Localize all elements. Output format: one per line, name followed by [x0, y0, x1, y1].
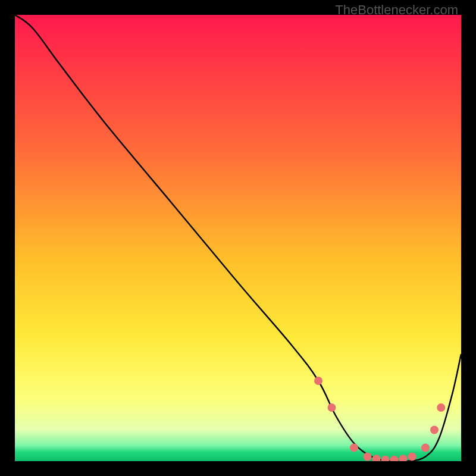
threshold-marker [314, 377, 322, 385]
threshold-marker [421, 444, 430, 452]
threshold-marker [390, 456, 399, 461]
threshold-markers [314, 377, 445, 461]
threshold-marker [372, 455, 381, 461]
threshold-marker [350, 444, 358, 452]
threshold-marker [430, 426, 439, 434]
threshold-marker [381, 456, 390, 461]
threshold-marker [408, 453, 416, 461]
threshold-marker [437, 403, 445, 412]
threshold-marker [364, 453, 372, 461]
watermark-label: TheBottlenecker.com [335, 2, 458, 18]
chart-plot-area [15, 15, 461, 461]
threshold-marker [328, 403, 336, 412]
bottleneck-curve [15, 15, 461, 461]
curve-overlay [15, 15, 461, 461]
threshold-marker [399, 455, 408, 461]
